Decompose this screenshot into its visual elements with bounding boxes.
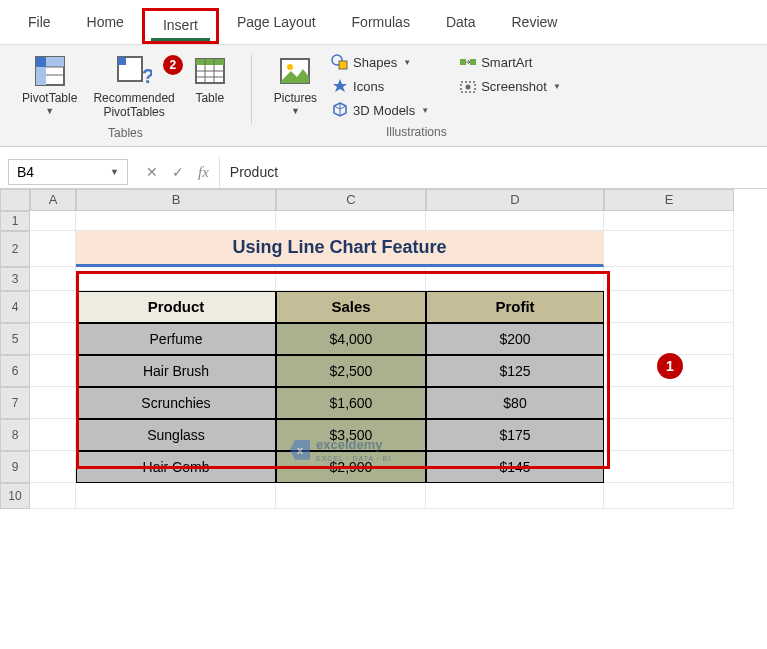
row-header-1[interactable]: 1 bbox=[0, 211, 30, 231]
table-cell[interactable]: $2,500 bbox=[276, 355, 426, 387]
ribbon-tabs: File Home Insert Page Layout Formulas Da… bbox=[0, 0, 767, 45]
row-header-3[interactable]: 3 bbox=[0, 267, 30, 291]
tab-insert[interactable]: Insert bbox=[142, 8, 219, 44]
cell[interactable] bbox=[604, 451, 734, 483]
recommended-pivottables-button[interactable]: ? Recommended PivotTables 2 bbox=[87, 51, 180, 122]
table-cell[interactable]: $2,900 bbox=[276, 451, 426, 483]
col-header-d[interactable]: D bbox=[426, 189, 604, 211]
cell[interactable] bbox=[426, 483, 604, 509]
row-10: 10 bbox=[0, 483, 767, 509]
table-cell[interactable]: $145 bbox=[426, 451, 604, 483]
row-header-2[interactable]: 2 bbox=[0, 231, 30, 267]
row-header-7[interactable]: 7 bbox=[0, 387, 30, 419]
recommended-pivottables-label: Recommended PivotTables bbox=[93, 91, 174, 120]
select-all-corner[interactable] bbox=[0, 189, 30, 211]
cell[interactable] bbox=[604, 231, 734, 267]
cell[interactable] bbox=[30, 291, 76, 323]
group-illustrations: Pictures ▼ Shapes ▼ Icons 3D Models ▼ bbox=[262, 51, 571, 144]
cell[interactable] bbox=[76, 211, 276, 231]
tab-formulas[interactable]: Formulas bbox=[334, 8, 428, 44]
cell[interactable] bbox=[276, 483, 426, 509]
cell[interactable] bbox=[276, 211, 426, 231]
svg-rect-2 bbox=[46, 57, 64, 67]
cell[interactable] bbox=[76, 267, 276, 291]
col-header-c[interactable]: C bbox=[276, 189, 426, 211]
table-cell[interactable]: $3,500 bbox=[276, 419, 426, 451]
table-cell[interactable]: $4,000 bbox=[276, 323, 426, 355]
row-header-9[interactable]: 9 bbox=[0, 451, 30, 483]
cell[interactable] bbox=[30, 211, 76, 231]
table-cell[interactable]: Scrunchies bbox=[76, 387, 276, 419]
smartart-button[interactable]: SmartArt bbox=[455, 51, 565, 73]
shapes-icon bbox=[331, 53, 349, 71]
cell[interactable] bbox=[30, 323, 76, 355]
3d-models-label: 3D Models bbox=[353, 103, 415, 118]
pivottable-button[interactable]: PivotTable ▼ bbox=[16, 51, 83, 118]
tab-page-layout[interactable]: Page Layout bbox=[219, 8, 334, 44]
cell[interactable] bbox=[426, 267, 604, 291]
cell[interactable] bbox=[604, 387, 734, 419]
svg-rect-19 bbox=[460, 59, 466, 65]
col-header-b[interactable]: B bbox=[76, 189, 276, 211]
cell[interactable] bbox=[604, 323, 734, 355]
shapes-button[interactable]: Shapes ▼ bbox=[327, 51, 433, 73]
formula-input[interactable] bbox=[219, 157, 767, 188]
table-cell[interactable]: $175 bbox=[426, 419, 604, 451]
pictures-button[interactable]: Pictures ▼ bbox=[268, 51, 323, 118]
cell[interactable] bbox=[30, 231, 76, 267]
cell[interactable] bbox=[276, 267, 426, 291]
svg-text:?: ? bbox=[142, 65, 152, 87]
enter-formula-icon[interactable]: ✓ bbox=[172, 164, 184, 181]
cell[interactable] bbox=[604, 211, 734, 231]
step1-badge: 1 bbox=[657, 353, 683, 379]
row-header-5[interactable]: 5 bbox=[0, 323, 30, 355]
table-cell[interactable]: Hair Brush bbox=[76, 355, 276, 387]
row-header-4[interactable]: 4 bbox=[0, 291, 30, 323]
svg-rect-18 bbox=[339, 61, 347, 69]
name-box-value: B4 bbox=[17, 164, 34, 180]
cell[interactable] bbox=[30, 355, 76, 387]
tab-data[interactable]: Data bbox=[428, 8, 494, 44]
sheet-area: A B C D E 1 2 Using Line Chart Feature 3 bbox=[0, 189, 767, 509]
3d-models-button[interactable]: 3D Models ▼ bbox=[327, 99, 433, 121]
table-cell[interactable]: Sunglass bbox=[76, 419, 276, 451]
row-header-8[interactable]: 8 bbox=[0, 419, 30, 451]
row-header-10[interactable]: 10 bbox=[0, 483, 30, 509]
svg-rect-3 bbox=[36, 67, 46, 85]
sheet-title[interactable]: Using Line Chart Feature bbox=[76, 231, 604, 267]
cell[interactable] bbox=[604, 267, 734, 291]
cell[interactable] bbox=[76, 483, 276, 509]
table-header-product[interactable]: Product bbox=[76, 291, 276, 323]
cell[interactable] bbox=[30, 267, 76, 291]
chevron-down-icon: ▼ bbox=[421, 106, 429, 115]
table-cell[interactable]: $200 bbox=[426, 323, 604, 355]
icons-button[interactable]: Icons bbox=[327, 75, 433, 97]
table-cell[interactable]: $80 bbox=[426, 387, 604, 419]
tab-review[interactable]: Review bbox=[494, 8, 576, 44]
col-header-e[interactable]: E bbox=[604, 189, 734, 211]
tab-home[interactable]: Home bbox=[69, 8, 142, 44]
table-header-profit[interactable]: Profit bbox=[426, 291, 604, 323]
fx-icon[interactable]: fx bbox=[198, 164, 209, 181]
name-box[interactable]: B4 ▼ bbox=[8, 159, 128, 185]
table-cell[interactable]: Hair Comb bbox=[76, 451, 276, 483]
screenshot-button[interactable]: Screenshot ▼ bbox=[455, 75, 565, 97]
cell[interactable] bbox=[30, 451, 76, 483]
cell[interactable] bbox=[604, 483, 734, 509]
table-cell[interactable]: Perfume bbox=[76, 323, 276, 355]
tab-file[interactable]: File bbox=[10, 8, 69, 44]
cell[interactable] bbox=[30, 483, 76, 509]
cell[interactable] bbox=[30, 419, 76, 451]
cancel-formula-icon[interactable]: ✕ bbox=[146, 164, 158, 181]
table-header-sales[interactable]: Sales bbox=[276, 291, 426, 323]
cell[interactable] bbox=[604, 291, 734, 323]
cell[interactable] bbox=[426, 211, 604, 231]
row-6: 6 Hair Brush $2,500 $125 bbox=[0, 355, 767, 387]
cell[interactable] bbox=[30, 387, 76, 419]
row-header-6[interactable]: 6 bbox=[0, 355, 30, 387]
table-button[interactable]: Table bbox=[185, 51, 235, 107]
cell[interactable] bbox=[604, 419, 734, 451]
table-cell[interactable]: $125 bbox=[426, 355, 604, 387]
col-header-a[interactable]: A bbox=[30, 189, 76, 211]
table-cell[interactable]: $1,600 bbox=[276, 387, 426, 419]
